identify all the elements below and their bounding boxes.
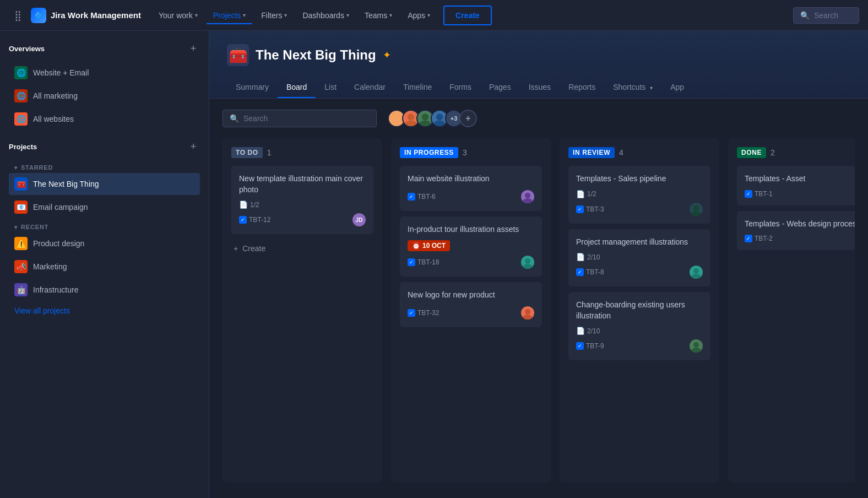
tab-timeline[interactable]: Timeline bbox=[394, 77, 441, 98]
card-tbt-9[interactable]: Change-boarding existing users illustrat… bbox=[568, 292, 710, 360]
column-inprogress: IN PROGRESS 3 Main website illustration … bbox=[391, 138, 551, 483]
sidebar-item-next-big-thing[interactable]: 🧰 The Next Big Thing bbox=[9, 173, 200, 195]
tab-shortcuts[interactable]: Shortcuts ▾ bbox=[604, 77, 661, 98]
card-title: New template illustration main cover pho… bbox=[239, 174, 366, 195]
all-websites-icon: 🌐 bbox=[14, 112, 28, 126]
all-marketing-icon: 🌐 bbox=[14, 89, 28, 102]
card-tbt-32[interactable]: New logo for new product ✓ TBT-32 bbox=[400, 282, 542, 327]
add-overview-button[interactable]: + bbox=[187, 42, 200, 55]
svg-point-17 bbox=[691, 348, 701, 353]
card-tbt-3[interactable]: Templates - Sales pipeline 📄 1/2 ✓ TBT-3 bbox=[568, 166, 710, 224]
add-project-button[interactable]: + bbox=[187, 140, 200, 153]
tab-list[interactable]: List bbox=[316, 77, 345, 98]
chevron-down-icon: ▾ bbox=[243, 12, 246, 18]
star-icon[interactable]: ✦ bbox=[383, 49, 391, 61]
card-footer: ✓ TBT-1 bbox=[745, 190, 855, 198]
search-icon: 🔍 bbox=[800, 11, 810, 20]
project-emoji: 🧰 bbox=[227, 44, 249, 66]
app-name: Jira Work Management bbox=[51, 10, 141, 20]
card-ticket: ✓ TBT-1 bbox=[745, 190, 773, 198]
card-ticket: ✓ TBT-2 bbox=[745, 235, 773, 242]
card-title: Templates - Webs design process bbox=[745, 219, 855, 230]
nav-search[interactable]: 🔍 Search bbox=[793, 7, 859, 24]
card-ticket: ✓ TBT-6 bbox=[408, 193, 436, 201]
plus-icon: + bbox=[234, 244, 238, 253]
card-avatar bbox=[690, 339, 703, 353]
sidebar-item-infrastructure[interactable]: 🤖 Infrastructure bbox=[9, 279, 200, 301]
chevron-down-icon: ▾ bbox=[195, 12, 198, 18]
card-footer: ✓ TBT-9 bbox=[576, 339, 703, 353]
card-ticket: ✓ TBT-8 bbox=[576, 268, 604, 276]
tab-reports[interactable]: Reports bbox=[560, 77, 604, 98]
tab-forms[interactable]: Forms bbox=[441, 77, 480, 98]
card-title: New logo for new product bbox=[408, 290, 534, 301]
svg-point-12 bbox=[693, 205, 699, 211]
card-tbt-12[interactable]: New template illustration main cover pho… bbox=[231, 166, 373, 234]
sidebar-item-all-websites[interactable]: 🌐 All websites bbox=[9, 108, 200, 130]
sidebar-item-website-email[interactable]: 🌐 Website + Email bbox=[9, 62, 200, 84]
card-footer: ✓ TBT-32 bbox=[408, 306, 534, 320]
card-tbt-8[interactable]: Project management illustrations 📄 2/10 … bbox=[568, 229, 710, 287]
inprogress-badge: IN PROGRESS bbox=[400, 147, 458, 158]
app-logo[interactable]: 🔷 Jira Work Management bbox=[31, 8, 141, 23]
card-footer: ✓ TBT-3 bbox=[576, 203, 703, 216]
date-badge: ⏰ 10 OCT bbox=[408, 240, 450, 251]
card-footer: ✓ TBT-2 bbox=[745, 235, 855, 242]
tab-issues[interactable]: Issues bbox=[520, 77, 560, 98]
sidebar-item-product-design[interactable]: ⚠️ Product design bbox=[9, 232, 200, 255]
grid-icon[interactable]: ⣿ bbox=[9, 7, 26, 24]
column-inprogress-header: IN PROGRESS 3 bbox=[400, 147, 542, 158]
nav-projects[interactable]: Projects ▾ bbox=[207, 7, 253, 24]
tab-summary[interactable]: Summary bbox=[227, 77, 278, 98]
website-email-icon: 🌐 bbox=[14, 66, 28, 79]
card-ticket: ✓ TBT-12 bbox=[239, 216, 270, 224]
main-layout: Overviews + 🌐 Website + Email 🌐 All mark… bbox=[0, 31, 868, 498]
card-tbt-2[interactable]: Templates - Webs design process ✓ TBT-2 bbox=[737, 211, 855, 251]
tab-pages[interactable]: Pages bbox=[480, 77, 520, 98]
nav-filters[interactable]: Filters ▾ bbox=[254, 7, 294, 24]
svg-point-4 bbox=[436, 113, 443, 120]
card-ticket: ✓ TBT-18 bbox=[408, 258, 439, 266]
checkbox-icon: ✓ bbox=[576, 268, 584, 276]
card-tbt-6[interactable]: Main website illustration ✓ TBT-6 bbox=[400, 166, 542, 211]
card-subtask: 📄 2/10 bbox=[576, 327, 703, 335]
svg-point-9 bbox=[523, 264, 533, 269]
card-avatar bbox=[690, 203, 703, 216]
board-area: 🔍 Search +3 + bbox=[209, 99, 868, 498]
doc-icon: 📄 bbox=[576, 190, 585, 198]
create-card-button[interactable]: + Create bbox=[231, 240, 373, 257]
view-all-projects-link[interactable]: View all projects bbox=[9, 302, 200, 320]
chevron-down-icon: ▾ bbox=[346, 12, 349, 18]
svg-point-15 bbox=[691, 274, 701, 279]
tab-board[interactable]: Board bbox=[278, 77, 316, 98]
card-title: Change-boarding existing users illustrat… bbox=[576, 300, 703, 321]
checkbox-icon: ✓ bbox=[239, 216, 247, 224]
checkbox-icon: ✓ bbox=[745, 235, 752, 242]
card-tbt-1[interactable]: Templates - Asset ✓ TBT-1 bbox=[737, 166, 855, 205]
sidebar-item-email-campaign[interactable]: 📧 Email campaign bbox=[9, 196, 200, 218]
card-footer: ✓ TBT-12 JD bbox=[239, 213, 366, 226]
chevron-icon: ▾ bbox=[14, 165, 18, 171]
board-search[interactable]: 🔍 Search bbox=[223, 110, 377, 127]
tab-apps[interactable]: App bbox=[661, 77, 693, 98]
create-button[interactable]: Create bbox=[443, 6, 492, 25]
email-campaign-icon: 📧 bbox=[14, 201, 28, 214]
nav-dashboards[interactable]: Dashboards ▾ bbox=[296, 7, 356, 24]
sidebar-item-all-marketing[interactable]: 🌐 All marketing bbox=[9, 85, 200, 107]
add-member-button[interactable]: + bbox=[459, 110, 477, 127]
chevron-icon: ▾ bbox=[14, 224, 18, 230]
nav-your-work[interactable]: Your work ▾ bbox=[152, 7, 204, 24]
next-big-thing-icon: 🧰 bbox=[14, 177, 28, 191]
svg-point-6 bbox=[525, 193, 530, 198]
checkbox-icon: ✓ bbox=[745, 190, 752, 198]
card-avatar bbox=[521, 190, 534, 203]
card-tbt-18[interactable]: In-product tour illustration assets ⏰ 10… bbox=[400, 216, 542, 277]
sidebar-item-marketing[interactable]: 📣 Marketing bbox=[9, 256, 200, 278]
chevron-down-icon: ▾ bbox=[650, 85, 653, 91]
nav-teams[interactable]: Teams ▾ bbox=[358, 7, 399, 24]
inprogress-count: 3 bbox=[463, 148, 467, 157]
nav-apps[interactable]: Apps ▾ bbox=[401, 7, 437, 24]
content-area: 🧰 The Next Big Thing ✦ Summary Board Lis… bbox=[209, 31, 868, 498]
tab-calendar[interactable]: Calendar bbox=[345, 77, 394, 98]
checkbox-icon: ✓ bbox=[408, 193, 415, 201]
